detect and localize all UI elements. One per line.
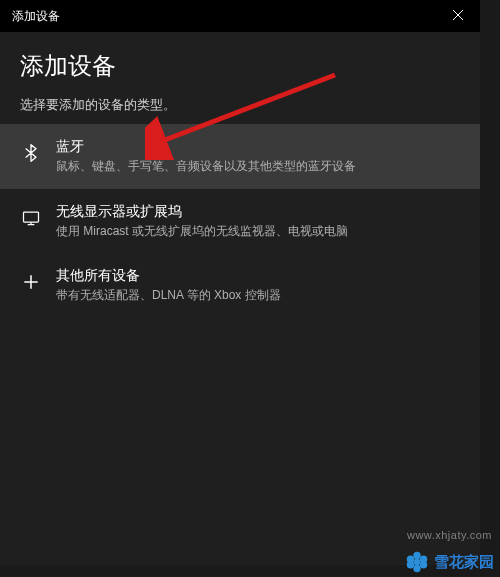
device-type-list: 蓝牙 鼠标、键盘、手写笔、音频设备以及其他类型的蓝牙设备 无线显示器或扩展坞 使… — [0, 124, 480, 318]
bluetooth-icon — [20, 142, 42, 164]
close-icon — [452, 7, 464, 25]
svg-point-8 — [407, 556, 414, 563]
svg-rect-0 — [24, 212, 39, 222]
svg-point-6 — [413, 565, 420, 572]
svg-point-9 — [414, 559, 421, 566]
close-button[interactable] — [435, 0, 480, 32]
dialog-subtitle: 选择要添加的设备的类型。 — [20, 96, 460, 114]
add-device-dialog: 添加设备 添加设备 选择要添加的设备的类型。 蓝牙 鼠标、键盘、手写笔、音频设备… — [0, 0, 480, 565]
watermark-url: www.xhjaty.com — [407, 529, 492, 541]
option-desc: 鼠标、键盘、手写笔、音频设备以及其他类型的蓝牙设备 — [56, 159, 460, 175]
watermark-brand: 雪花家园 — [404, 549, 494, 575]
option-title: 蓝牙 — [56, 138, 460, 156]
watermark-brand-text: 雪花家园 — [434, 553, 494, 572]
option-text: 无线显示器或扩展坞 使用 Miracast 或无线扩展坞的无线监视器、电视或电脑 — [56, 203, 460, 240]
option-everything-else[interactable]: 其他所有设备 带有无线适配器、DLNA 等的 Xbox 控制器 — [0, 253, 480, 318]
option-desc: 带有无线适配器、DLNA 等的 Xbox 控制器 — [56, 288, 460, 304]
option-title: 无线显示器或扩展坞 — [56, 203, 460, 221]
svg-point-3 — [413, 552, 420, 559]
snowflake-icon — [404, 549, 430, 575]
option-bluetooth[interactable]: 蓝牙 鼠标、键盘、手写笔、音频设备以及其他类型的蓝牙设备 — [0, 124, 480, 189]
window-title: 添加设备 — [12, 8, 60, 25]
display-icon — [20, 207, 42, 229]
option-title: 其他所有设备 — [56, 267, 460, 285]
option-text: 蓝牙 鼠标、键盘、手写笔、音频设备以及其他类型的蓝牙设备 — [56, 138, 460, 175]
dialog-header: 添加设备 选择要添加的设备的类型。 — [0, 32, 480, 114]
svg-point-5 — [420, 561, 427, 568]
plus-icon — [20, 271, 42, 293]
option-desc: 使用 Miracast 或无线扩展坞的无线监视器、电视或电脑 — [56, 224, 460, 240]
dialog-title: 添加设备 — [20, 50, 460, 82]
titlebar: 添加设备 — [0, 0, 480, 32]
option-text: 其他所有设备 带有无线适配器、DLNA 等的 Xbox 控制器 — [56, 267, 460, 304]
option-wireless-display[interactable]: 无线显示器或扩展坞 使用 Miracast 或无线扩展坞的无线监视器、电视或电脑 — [0, 189, 480, 254]
